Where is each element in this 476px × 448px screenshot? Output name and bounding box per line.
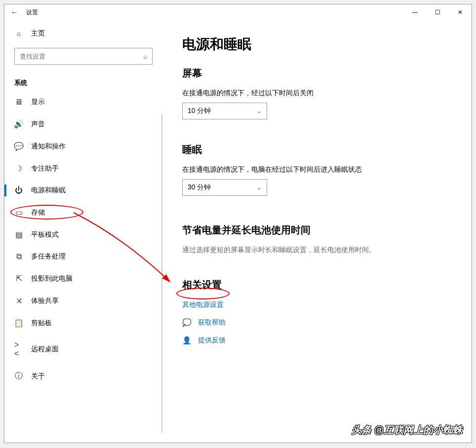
screen-timeout-select[interactable]: 10 分钟 ⌄	[182, 103, 267, 119]
feedback-link: 提供反馈	[198, 336, 226, 345]
nav-remote[interactable]: ><远程桌面	[4, 334, 162, 365]
nav-project[interactable]: ⇱投影到此电脑	[4, 267, 162, 290]
nav-tablet[interactable]: ▤平板模式	[4, 224, 162, 246]
back-button[interactable]: ←	[10, 8, 26, 17]
multitask-icon: ⧉	[14, 252, 23, 261]
nav-label: 远程桌面	[31, 345, 59, 354]
window-controls: — ☐ ✕	[403, 4, 472, 20]
remote-icon: ><	[14, 340, 23, 358]
sidebar: ⌂ 主页 ⌕ 系统 🖥显示 🔊声音 💬通知和操作 ☽专注助手 ⏻电源和睡眠 ▭存…	[4, 20, 162, 443]
power-icon: ⏻	[14, 186, 23, 195]
nav-label: 多任务处理	[31, 252, 66, 261]
nav-label: 专注助手	[31, 164, 59, 173]
nav-label: 存储	[31, 208, 45, 217]
screen-heading: 屏幕	[182, 67, 452, 80]
storage-icon: ▭	[14, 208, 23, 217]
home-label: 主页	[31, 29, 45, 38]
share-icon: ⤨	[14, 296, 23, 305]
search-box[interactable]: ⌕	[14, 48, 153, 65]
nav-power-sleep[interactable]: ⏻电源和睡眠	[4, 180, 162, 201]
display-icon: 🖥	[14, 98, 23, 107]
chevron-down-icon: ⌄	[257, 184, 262, 191]
focus-icon: ☽	[14, 164, 23, 173]
search-icon: ⌕	[143, 52, 147, 60]
select-value: 30 分钟	[188, 183, 211, 192]
select-value: 10 分钟	[188, 107, 211, 115]
nav-shared[interactable]: ⤨体验共享	[4, 290, 162, 312]
nav-sound[interactable]: 🔊声音	[4, 113, 162, 135]
battery-heading: 节省电量并延长电池使用时间	[182, 224, 452, 237]
window-body: ⌂ 主页 ⌕ 系统 🖥显示 🔊声音 💬通知和操作 ☽专注助手 ⏻电源和睡眠 ▭存…	[4, 20, 472, 443]
clipboard-icon: 📋	[14, 318, 23, 328]
nav-label: 声音	[31, 120, 45, 129]
tablet-icon: ▤	[14, 230, 23, 239]
home-icon: ⌂	[14, 30, 23, 37]
nav-multitask[interactable]: ⧉多任务处理	[4, 246, 162, 267]
nav-label: 显示	[31, 98, 45, 107]
titlebar: ← 设置 — ☐ ✕	[4, 4, 472, 20]
close-button[interactable]: ✕	[449, 4, 472, 20]
project-icon: ⇱	[14, 274, 23, 283]
nav-notifications[interactable]: 💬通知和操作	[4, 135, 162, 157]
sleep-heading: 睡眠	[182, 143, 452, 156]
feedback-icon: 👤	[182, 336, 191, 345]
nav-focus[interactable]: ☽专注助手	[4, 157, 162, 180]
nav-label: 体验共享	[31, 297, 59, 305]
nav-label: 投影到此电脑	[31, 274, 73, 283]
sleep-timeout-select[interactable]: 30 分钟 ⌄	[182, 179, 267, 196]
sound-icon: 🔊	[14, 119, 23, 129]
feedback-row[interactable]: 👤 提供反馈	[182, 336, 452, 345]
page-title: 电源和睡眠	[182, 35, 452, 54]
search-input[interactable]	[20, 53, 143, 60]
chevron-down-icon: ⌄	[257, 108, 262, 114]
home-link[interactable]: ⌂ 主页	[4, 24, 162, 43]
nav-clipboard[interactable]: 📋剪贴板	[4, 312, 162, 334]
get-help-link: 获取帮助	[198, 318, 226, 327]
content-pane: 电源和睡眠 屏幕 在接通电源的情况下，经过以下时间后关闭 10 分钟 ⌄ 睡眠 …	[162, 20, 472, 443]
screen-label: 在接通电源的情况下，经过以下时间后关闭	[182, 89, 452, 98]
nav-storage[interactable]: ▭存储	[4, 201, 162, 224]
window-title: 设置	[26, 8, 38, 17]
nav-display[interactable]: 🖥显示	[4, 91, 162, 113]
other-power-settings-link[interactable]: 其他电源设置	[182, 300, 452, 309]
related-heading: 相关设置	[182, 278, 452, 292]
nav-label: 剪贴板	[31, 319, 52, 328]
about-icon: ⓘ	[14, 371, 23, 381]
section-label: 系统	[4, 70, 162, 91]
settings-window: ← 设置 — ☐ ✕ ⌂ 主页 ⌕ 系统 🖥显示 🔊声音 💬通知和操作 ☽专注助…	[4, 4, 472, 443]
maximize-button[interactable]: ☐	[426, 4, 449, 20]
get-help-row[interactable]: 💭 获取帮助	[182, 318, 452, 327]
nav-about[interactable]: ⓘ关于	[4, 365, 162, 388]
minimize-button[interactable]: —	[403, 4, 426, 20]
nav-label: 平板模式	[31, 230, 59, 239]
help-icon: 💭	[182, 318, 191, 327]
nav-label: 通知和操作	[31, 142, 66, 151]
nav-label: 关于	[31, 372, 45, 381]
battery-text: 通过选择更短的屏幕显示时长和睡眠设置，延长电池使用时间。	[182, 246, 452, 255]
nav-label: 电源和睡眠	[31, 186, 66, 195]
notify-icon: 💬	[14, 142, 23, 151]
sleep-label: 在接通电源的情况下，电脑在经过以下时间后进入睡眠状态	[182, 165, 452, 174]
